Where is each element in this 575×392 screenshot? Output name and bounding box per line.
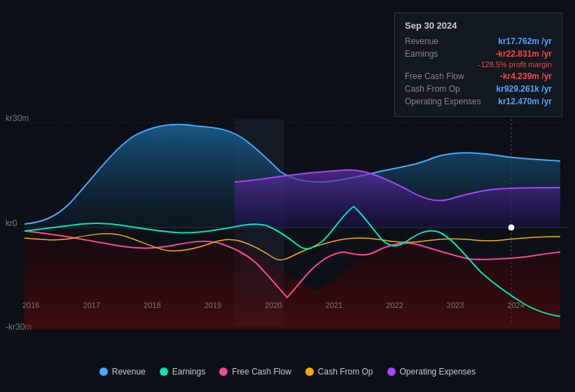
legend-fcf-label: Free Cash Flow [232, 367, 291, 377]
tooltip-opex-value: kr12.470m /yr [498, 97, 552, 106]
tooltip-opex-label: Operating Expenses [405, 97, 481, 106]
tooltip-cashop-row: Cash From Op kr929.261k /yr [405, 84, 552, 94]
legend-cashop[interactable]: Cash From Op [305, 367, 373, 377]
x-label-2024: 2024 [507, 301, 524, 309]
x-label-2018: 2018 [144, 301, 160, 309]
tooltip-earnings-value: -kr22.831m /yr [495, 49, 552, 59]
legend-opex-dot [387, 368, 396, 376]
legend-earnings-dot [160, 368, 168, 376]
x-label-2017: 2017 [83, 301, 100, 309]
tooltip-revenue-row: Revenue kr17.762m /yr [405, 36, 552, 46]
legend-fcf-dot [219, 368, 228, 376]
legend-revenue-label: Revenue [112, 367, 146, 377]
tooltip-opex-row: Operating Expenses kr12.470m /yr [405, 97, 552, 106]
tooltip-earnings-label: Earnings [405, 49, 438, 59]
tooltip-fcf-label: Free Cash Flow [405, 71, 464, 81]
tooltip-revenue-value: kr17.762m /yr [498, 36, 552, 46]
x-label-2021: 2021 [326, 301, 342, 309]
chart-legend: Revenue Earnings Free Cash Flow Cash Fro… [0, 367, 575, 377]
x-label-2019: 2019 [205, 301, 221, 309]
x-label-2023: 2023 [447, 301, 464, 309]
tooltip-revenue-label: Revenue [405, 36, 438, 46]
tooltip-earnings-row: Earnings -kr22.831m /yr [405, 49, 552, 59]
tooltip-cashop-value: kr929.261k /yr [497, 84, 552, 94]
x-label-2020: 2020 [265, 301, 282, 309]
legend-cashop-label: Cash From Op [318, 367, 373, 377]
tooltip-fcf-value: -kr4.239m /yr [500, 71, 552, 81]
data-tooltip: Sep 30 2024 Revenue kr17.762m /yr Earnin… [394, 13, 562, 117]
legend-fcf[interactable]: Free Cash Flow [219, 367, 291, 377]
legend-earnings[interactable]: Earnings [160, 367, 205, 377]
tooltip-cashop-label: Cash From Op [405, 84, 460, 94]
x-label-2022: 2022 [386, 301, 403, 309]
tooltip-fcf-row: Free Cash Flow -kr4.239m /yr [405, 71, 552, 81]
legend-cashop-dot [305, 368, 314, 376]
x-axis-labels: 2016 2017 2018 2019 2020 2021 2022 2023 … [22, 301, 568, 309]
legend-opex-label: Operating Expenses [400, 367, 476, 377]
tooltip-date: Sep 30 2024 [405, 20, 552, 31]
x-label-2016: 2016 [22, 301, 39, 309]
legend-revenue-dot [99, 368, 108, 376]
legend-earnings-label: Earnings [172, 367, 205, 377]
legend-revenue[interactable]: Revenue [99, 367, 146, 377]
tooltip-profit-margin: -128.5% profit margin [405, 60, 552, 69]
svg-point-5 [508, 225, 514, 230]
legend-opex[interactable]: Operating Expenses [387, 367, 476, 377]
